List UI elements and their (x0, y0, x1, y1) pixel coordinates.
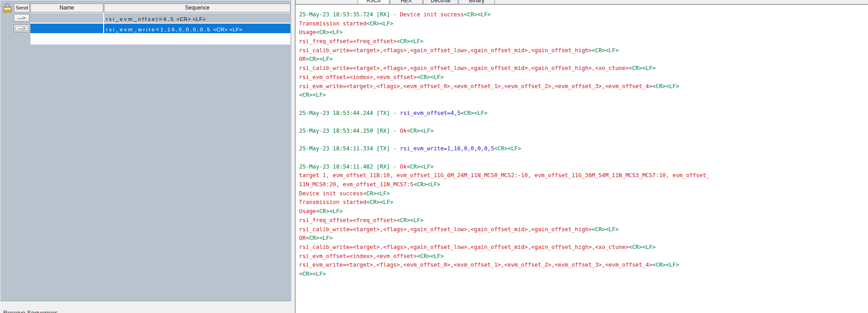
terminal-line: <CR><LF> (299, 270, 866, 279)
sequence-cell-empty[interactable] (104, 34, 290, 44)
sequence-cell-selected[interactable]: rsi_evm_write=1,16,0,0,0,0,5<CR> <LF> (104, 24, 290, 33)
tab-ascii[interactable]: ASCII (358, 0, 389, 4)
terminal-line: Transmission started<CR><LF> (299, 198, 866, 207)
tab-decimal[interactable]: Decimal (423, 0, 458, 4)
terminal-line: rsi_evm_offset=<index>,<evm_offset><CR><… (299, 73, 866, 82)
terminal-line: OR<CR><LF> (299, 234, 866, 243)
sequence-cell[interactable]: rsi_evm_offset=4,5<CR> <LF> (104, 13, 290, 23)
terminal-line: 11N_MCS0:20, evm_offset_11N_MCS7:5<CR><L… (299, 180, 866, 189)
sequence-name-cell[interactable] (30, 13, 103, 23)
terminal-line: Usage<CR><LF> (299, 28, 866, 37)
terminal-line: Transmission started<CR><LF> (299, 20, 866, 29)
terminal-line: 25-May-23 18:53:44.244 [TX] - rsi_evm_of… (299, 109, 866, 118)
terminal-line: target 1, evm_offset_11B:10, evm_offset_… (299, 171, 866, 180)
terminal-line: rsi_freq_offset=<freq_offset><CR><LF> (299, 37, 866, 46)
tab-decimal-label: Decimal (424, 0, 458, 4)
send-sequences-grid: rsi_evm_offset=4,5<CR> <LF> rsi_evm_writ… (30, 13, 290, 45)
send-sequence-button[interactable]: ---> (14, 14, 30, 22)
terminal-line (299, 118, 866, 127)
tab-hex[interactable]: HEX (390, 0, 423, 4)
send-sequence-button-focused[interactable]: ---> (14, 25, 30, 32)
terminal-line: rsi_calib_write=<target>,<flags>,<gain_o… (299, 64, 866, 73)
sequence-text: rsi_evm_write=1,16,0,0,0,0,5 (106, 27, 211, 32)
terminal-line: OR<CR><LF> (299, 55, 866, 64)
terminal-line (299, 100, 866, 109)
terminal-line (299, 154, 866, 163)
sequence-text: rsi_evm_offset=4,5 (106, 16, 175, 22)
terminal-line: Usage<CR><LF> (299, 207, 866, 216)
terminal-line (299, 136, 866, 145)
terminal-line: 25-May-23 18:54:11.482 [RX] - Ok<CR><LF> (299, 163, 866, 172)
sequence-control-chars: <CR> <LF> (176, 16, 206, 22)
lock-icon (2, 2, 12, 13)
sequence-control-chars: <CR> <LF> (213, 27, 243, 32)
column-header-send: Send (14, 4, 30, 12)
receive-sequences-label: Receive Sequences (3, 309, 58, 313)
column-header-sequence: Sequence (104, 4, 290, 12)
tab-binary-label: Binary (459, 0, 494, 4)
communication-window: ASCII HEX Decimal Binary 25-May-23 18:53… (295, 0, 868, 313)
terminal-line: rsi_calib_write=<target>,<flags>,<gain_o… (299, 46, 866, 55)
sequence-name-cell-empty[interactable] (30, 34, 103, 44)
send-sequences-panel: Send Name Sequence rsi_evm_offset=4,5<CR… (0, 0, 291, 301)
tab-ascii-label: ASCII (358, 0, 389, 4)
terminal-output[interactable]: 25-May-23 18:53:35.724 [RX] - Device ini… (295, 4, 868, 313)
column-header-name: Name (30, 4, 103, 12)
terminal-line: <CR><LF> (299, 91, 866, 100)
terminal-line: 25-May-23 18:53:44.250 [RX] - Ok<CR><LF> (299, 127, 866, 136)
sequence-name-cell-selected[interactable] (30, 24, 103, 33)
terminal-line: Device init success<CR><LF> (299, 189, 866, 199)
view-tabbar: ASCII HEX Decimal Binary (295, 0, 868, 4)
tab-binary[interactable]: Binary (459, 0, 495, 4)
tab-hex-label: HEX (390, 0, 422, 4)
terminal-line: 25-May-23 18:53:35.724 [RX] - Device ini… (299, 10, 866, 20)
terminal-line: rsi_evm_offset=<index>,<evm_offset><CR><… (299, 252, 866, 261)
terminal-line: rsi_evm_write=<target>,<flags>,<evm_offs… (299, 82, 866, 91)
terminal-line: rsi_calib_write=<target>,<flags>,<gain_o… (299, 225, 866, 234)
terminal-line: 25-May-23 18:54:11.334 [TX] - rsi_evm_wr… (299, 144, 866, 154)
terminal-line: rsi_calib_write=<target>,<flags>,<gain_o… (299, 243, 866, 252)
terminal-line: rsi_evm_write=<target>,<flags>,<evm_offs… (299, 261, 866, 270)
terminal-line: rsi_freq_offset=<freq_offset><CR><LF> (299, 216, 866, 225)
